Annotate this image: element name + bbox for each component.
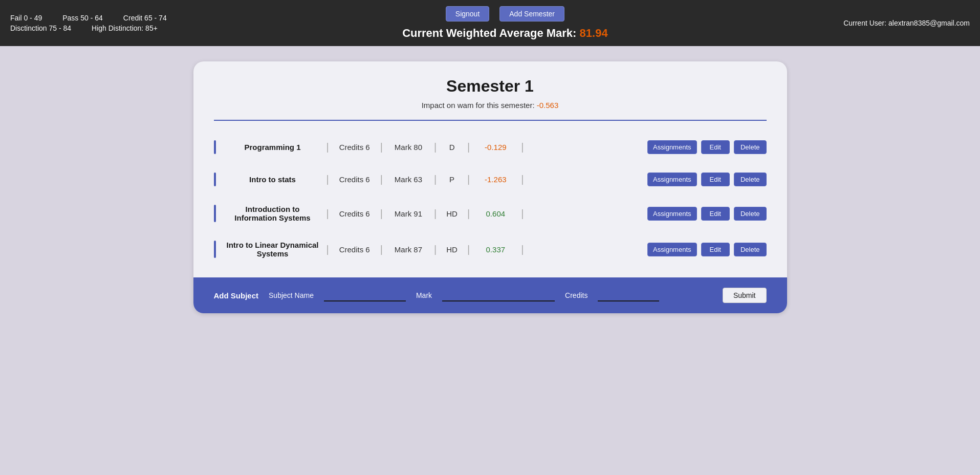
credits-input[interactable] bbox=[598, 289, 659, 301]
subject-impact: 0.337 bbox=[475, 245, 516, 254]
subject-mark: Mark 80 bbox=[388, 143, 429, 152]
subject-impact: 0.604 bbox=[475, 209, 516, 218]
sep: | bbox=[434, 244, 437, 255]
add-subject-footer: Add Subject Subject Name Mark Credits Su… bbox=[193, 277, 787, 313]
header-center: Signout Add Semester Current Weighted Av… bbox=[167, 6, 843, 40]
sep: | bbox=[326, 244, 329, 255]
fail-label: Fail 0 - 49 bbox=[10, 14, 42, 22]
subject-impact: -0.129 bbox=[475, 143, 516, 152]
signout-button[interactable]: Signout bbox=[446, 6, 489, 21]
assignments-button[interactable]: Assignments bbox=[647, 207, 696, 221]
row-border bbox=[214, 140, 216, 154]
subject-impact: -1.263 bbox=[475, 175, 516, 184]
subject-name: Programming 1 bbox=[224, 143, 321, 152]
semester-impact-value: -0.563 bbox=[537, 101, 559, 110]
delete-button[interactable]: Delete bbox=[734, 207, 767, 221]
sep: | bbox=[467, 208, 470, 220]
subject-credits: Credits 6 bbox=[334, 209, 375, 218]
grade-legend: Fail 0 - 49 Pass 50 - 64 Credit 65 - 74 … bbox=[10, 14, 167, 32]
subject-name-input[interactable] bbox=[324, 289, 406, 301]
sep: | bbox=[326, 174, 329, 185]
table-row: Programming 1 | Credits 6 | Mark 80 | D … bbox=[214, 131, 767, 163]
delete-button[interactable]: Delete bbox=[734, 140, 767, 154]
sep: | bbox=[434, 141, 437, 153]
distinction-label: Disctinction 75 - 84 bbox=[10, 24, 71, 32]
subject-mark: Mark 91 bbox=[388, 209, 429, 218]
edit-button[interactable]: Edit bbox=[701, 243, 730, 256]
row-border bbox=[214, 172, 216, 186]
subject-credits: Credits 6 bbox=[334, 143, 375, 152]
subject-name-field-label: Subject Name bbox=[269, 291, 314, 299]
sep: | bbox=[467, 141, 470, 153]
subject-name: Intro to stats bbox=[224, 175, 321, 184]
semester-card: Semester 1 Impact on wam for this semest… bbox=[193, 61, 787, 313]
delete-button[interactable]: Delete bbox=[734, 243, 767, 256]
table-row: Intro to stats | Credits 6 | Mark 63 | P… bbox=[214, 163, 767, 196]
credits-field-label: Credits bbox=[565, 291, 587, 299]
semester-impact-label: Impact on wam for this semester: bbox=[422, 101, 535, 110]
edit-button[interactable]: Edit bbox=[701, 207, 730, 221]
sep: | bbox=[380, 141, 383, 153]
sep: | bbox=[434, 174, 437, 185]
current-user: Current User: alextran8385@gmail.com bbox=[843, 19, 970, 27]
sep: | bbox=[326, 208, 329, 220]
table-row: Introduction to Information Systems | Cr… bbox=[214, 196, 767, 231]
semester-impact: Impact on wam for this semester: -0.563 bbox=[214, 101, 767, 110]
semester-title: Semester 1 bbox=[214, 77, 767, 96]
main-content: Semester 1 Impact on wam for this semest… bbox=[0, 46, 980, 329]
wam-value: 81.94 bbox=[580, 27, 608, 39]
assignments-button[interactable]: Assignments bbox=[647, 140, 696, 154]
sep: | bbox=[380, 244, 383, 255]
row-border bbox=[214, 241, 216, 258]
high-distinction-label: High Distinction: 85+ bbox=[92, 24, 158, 32]
sep: | bbox=[380, 208, 383, 220]
mark-field-label: Mark bbox=[416, 291, 432, 299]
assignments-button[interactable]: Assignments bbox=[647, 243, 696, 256]
sep: | bbox=[326, 141, 329, 153]
subject-grade: D bbox=[442, 143, 462, 152]
subject-mark: Mark 87 bbox=[388, 245, 429, 254]
wam-label: Current Weighted Average Mark: bbox=[402, 27, 576, 39]
sep: | bbox=[467, 174, 470, 185]
pass-label: Pass 50 - 64 bbox=[62, 14, 103, 22]
header: Fail 0 - 49 Pass 50 - 64 Credit 65 - 74 … bbox=[0, 0, 980, 46]
wam-display: Current Weighted Average Mark: 81.94 bbox=[167, 27, 843, 40]
assignments-button[interactable]: Assignments bbox=[647, 172, 696, 186]
row-border bbox=[214, 205, 216, 222]
delete-button[interactable]: Delete bbox=[734, 172, 767, 186]
sep: | bbox=[521, 174, 524, 185]
table-row: Intro to Linear Dynamical Systems | Cred… bbox=[214, 231, 767, 267]
subject-name: Introduction to Information Systems bbox=[224, 205, 321, 222]
edit-button[interactable]: Edit bbox=[701, 172, 730, 186]
sep: | bbox=[434, 208, 437, 220]
subject-actions: Assignments Edit Delete bbox=[647, 140, 766, 154]
edit-button[interactable]: Edit bbox=[701, 140, 730, 154]
subject-name: Intro to Linear Dynamical Systems bbox=[224, 241, 321, 258]
subject-credits: Credits 6 bbox=[334, 245, 375, 254]
subject-actions: Assignments Edit Delete bbox=[647, 243, 766, 256]
subject-grade: P bbox=[442, 175, 462, 184]
subject-grade: HD bbox=[442, 209, 462, 218]
sep: | bbox=[380, 174, 383, 185]
subject-credits: Credits 6 bbox=[334, 175, 375, 184]
sep: | bbox=[521, 244, 524, 255]
sep: | bbox=[467, 244, 470, 255]
add-semester-button[interactable]: Add Semester bbox=[499, 6, 564, 21]
subject-actions: Assignments Edit Delete bbox=[647, 207, 766, 221]
sep: | bbox=[521, 141, 524, 153]
subjects-list: Programming 1 | Credits 6 | Mark 80 | D … bbox=[214, 131, 767, 267]
subject-grade: HD bbox=[442, 245, 462, 254]
subject-actions: Assignments Edit Delete bbox=[647, 172, 766, 186]
sep: | bbox=[521, 208, 524, 220]
semester-divider bbox=[214, 120, 767, 121]
subject-mark: Mark 63 bbox=[388, 175, 429, 184]
credit-label: Credit 65 - 74 bbox=[123, 14, 167, 22]
mark-input[interactable] bbox=[442, 289, 555, 301]
submit-button[interactable]: Submit bbox=[723, 288, 767, 303]
add-subject-label: Add Subject bbox=[214, 291, 259, 300]
